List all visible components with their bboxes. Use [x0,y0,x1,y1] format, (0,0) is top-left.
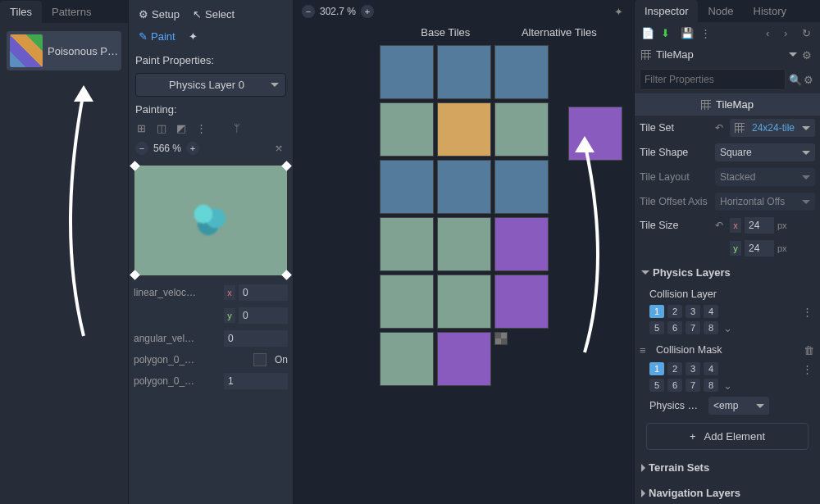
mask-bit-8[interactable]: 8 [704,379,718,392]
angular-velocity-input[interactable] [224,330,288,347]
tile-set-value[interactable]: 24x24-tile [730,119,815,137]
layer-bit-7[interactable]: 7 [686,321,700,334]
tool-icon-1[interactable]: ⊞ [137,122,148,134]
zoom-in-button[interactable]: + [186,142,199,155]
physics-material-select[interactable]: <emp [708,397,769,415]
tile-shape-label: Tile Shape [640,147,712,158]
drag-handle-icon[interactable]: ≡ [640,344,651,356]
tile-shape-select[interactable]: Square [715,143,815,161]
search-icon[interactable]: 🔍 [789,74,800,85]
more-icon[interactable]: ⋮ [802,306,813,317]
eyedropper-icon: ✦ [189,30,198,43]
layer-select[interactable]: Physics Layer 0 [135,73,286,97]
mask-bit-1[interactable]: 1 [649,362,664,375]
sprite-preview [186,199,235,242]
zoom-value: 566 % [153,143,181,154]
tile-offset-select: Horizontal Offs [715,193,815,211]
layer-bit-2[interactable]: 2 [667,305,682,318]
tileset-label: Poisonous P… [48,45,118,57]
annotation-arrow-left [43,82,125,344]
select-button[interactable]: ↖Select [188,5,239,24]
mask-bit-7[interactable]: 7 [686,379,700,392]
physics-material-label: Physics … [649,400,705,411]
load-resource-icon[interactable]: ⬇ [661,27,672,39]
alt-tile-grid[interactable] [568,107,622,161]
section-tilemap: TileMap [635,93,820,116]
fold-physics-layers[interactable]: Physics Layers [635,260,820,285]
inspector-object-name: TileMap [656,48,784,61]
layer-bit-1[interactable]: 1 [649,305,664,318]
filter-settings-icon[interactable]: ⚙ [804,74,815,85]
center-view-icon[interactable]: ⤧ [275,143,286,154]
more-icon[interactable]: ⋮ [196,122,207,134]
polygon-0-b-input[interactable] [224,373,288,389]
tool-icon-4[interactable]: ᛘ [234,122,245,134]
mask-bit-5[interactable]: 5 [649,379,664,392]
linear-velocity-y[interactable] [239,307,288,324]
polygon-0-a-label: polygon_0_… [134,354,250,366]
save-icon[interactable]: 💾 [681,27,692,39]
painting-label: Painting: [129,100,293,119]
forward-icon[interactable]: › [784,27,795,39]
annotation-arrow-right [565,131,631,361]
add-element-button[interactable]: +Add Element [646,423,809,450]
more-icon[interactable]: ⋮ [802,363,813,375]
collision-mask-label: Collision Mask [656,341,804,359]
tile-preview[interactable] [134,165,288,276]
back-icon[interactable]: ‹ [766,27,777,39]
layer-bit-6[interactable]: 6 [667,321,682,334]
mask-bit-4[interactable]: 4 [704,362,718,375]
scatter-icon[interactable]: ✦ [614,6,626,17]
base-tile-grid[interactable] [380,45,549,386]
tile-size-y[interactable] [745,240,774,257]
mask-bit-3[interactable]: 3 [686,362,700,375]
tab-patterns[interactable]: Patterns [42,1,101,23]
tab-node[interactable]: Node [698,0,743,22]
cursor-icon: ↖ [193,8,202,20]
center-zoom-value: 302.7 % [320,6,356,17]
more-icon[interactable]: ⋮ [700,27,712,39]
pencil-icon: ✎ [139,30,148,43]
extra-icon[interactable]: ⚙ [802,49,813,61]
polygon-0-b-label: polygon_0_… [134,375,221,387]
tab-inspector[interactable]: Inspector [635,0,698,22]
eyedropper-button[interactable]: ✦ [184,27,203,46]
chevron-down-icon[interactable] [789,52,797,57]
center-zoom-in[interactable]: + [361,5,374,18]
sliders-icon: ⚙ [139,8,148,20]
history-icon[interactable]: ↻ [802,27,813,39]
fold-navigation-layers[interactable]: Navigation Layers [635,480,820,504]
center-zoom-out[interactable]: − [302,5,315,18]
polygon-0-a-checkbox[interactable] [253,353,266,366]
new-resource-icon[interactable]: 📄 [641,27,653,39]
tab-history[interactable]: History [744,0,796,22]
filter-properties-input[interactable] [640,69,786,90]
tileset-thumbnail [10,34,43,67]
fold-terrain-sets[interactable]: Terrain Sets [635,455,820,480]
tool-icon-2[interactable]: ◫ [157,122,168,134]
paint-button[interactable]: ✎Paint [134,27,180,46]
base-tiles-label: Base Tiles [421,26,470,39]
tool-icon-3[interactable]: ◩ [176,122,188,134]
collision-layer-label: Collision Layer [649,285,820,303]
revert-icon[interactable]: ↶ [715,122,727,134]
delete-icon[interactable]: 🗑 [804,344,815,356]
linear-velocity-x[interactable] [239,284,288,301]
revert-icon[interactable]: ↶ [715,220,727,231]
tile-offset-label: Tile Offset Axis [640,196,712,207]
setup-button[interactable]: ⚙Setup [134,5,184,24]
mask-bit-2[interactable]: 2 [667,362,682,375]
zoom-out-button[interactable]: − [135,142,148,155]
linear-velocity-label: linear_veloc… [134,287,221,298]
layer-bit-8[interactable]: 8 [704,321,718,334]
tile-size-x[interactable] [745,217,774,234]
layer-bit-3[interactable]: 3 [686,305,700,318]
tile-layout-label: Tile Layout [640,171,712,183]
layer-bit-5[interactable]: 5 [649,321,664,334]
layer-bit-4[interactable]: 4 [704,305,718,318]
tab-tiles[interactable]: Tiles [0,1,42,23]
plus-icon: + [690,430,696,443]
tile-size-label: Tile Size [640,220,712,231]
tileset-item[interactable]: Poisonous P… [7,31,121,70]
mask-bit-6[interactable]: 6 [667,379,682,392]
